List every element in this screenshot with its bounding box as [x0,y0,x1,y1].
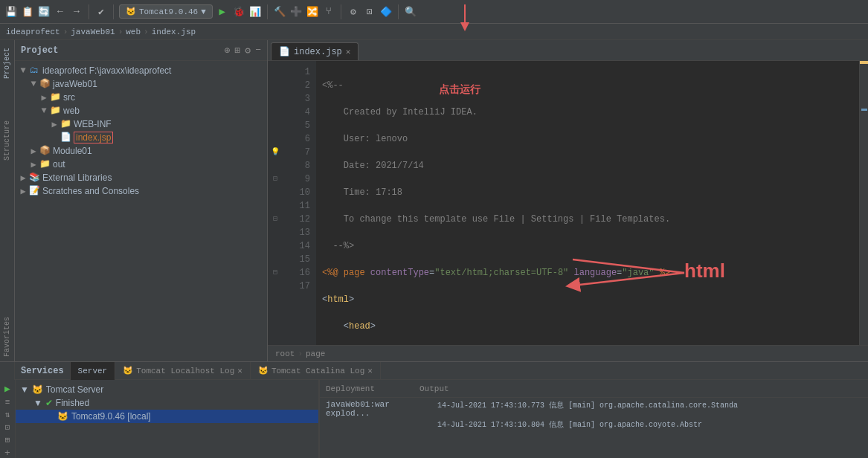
save-icon[interactable]: 💾 [4,5,18,19]
tree-label-scratches: Scratches and Consoles [42,186,139,196]
tree-item-ideaprofect[interactable]: ▼ 🗂 ideaprofect F:\javaxx\ideaprofect [15,64,267,77]
sep4 [341,4,341,19]
breadcrumb-item-3[interactable]: web [126,28,141,36]
filter-icon[interactable]: ⊡ [5,422,10,432]
copy-icon[interactable]: 📋 [21,5,34,19]
src-folder-icon: 📁 [49,91,61,103]
gutter-2 [268,79,283,92]
catalina-tab-close[interactable]: ✕ [367,366,373,375]
sort-icon[interactable]: ⇅ [5,410,10,419]
panel-add-icon[interactable]: ⊕ [225,45,231,57]
module-icon: 📦 [39,78,51,90]
tree-arrow-src: ▶ [39,92,49,103]
run-config-icon: 🐱 [126,7,136,16]
list-icon[interactable]: ≡ [5,398,10,407]
col-output: Output [419,384,449,393]
favorites-side-tab[interactable]: Favorites [1,312,13,361]
add-service-icon[interactable]: + [4,448,10,458]
check-icon[interactable]: ✔ [94,5,108,19]
tree-label-src: src [63,92,75,103]
group-icon[interactable]: ⊞ [5,435,10,445]
search-icon[interactable]: 🔍 [404,5,417,19]
svc-server-icon: 🐱 [32,384,43,395]
webinf-folder-icon: 📁 [60,118,71,130]
tree-item-webinf[interactable]: ▶ 📁 WEB-INF [15,117,267,131]
output-tab-localhost[interactable]: 🐱 Tomcat Localhost Log ✕ [115,362,251,380]
breadcrumb-item-2[interactable]: javaWeb01 [71,28,115,36]
output-panel: Deployment Output javaWeb01:war explod..… [320,380,868,458]
gutter-error-marker [861,109,867,111]
tree-item-extlibs[interactable]: ▶ 📚 External Libraries [15,171,267,184]
refresh-icon[interactable]: 🔄 [37,5,51,19]
panel-close-icon[interactable]: − [255,45,261,56]
tree-arrow-web: ▼ [39,106,49,116]
tree-item-web[interactable]: ▼ 📁 web [15,104,267,117]
output-out-2: 14-Jul-2021 17:43:10.804 信息 [main] org.a… [437,419,862,430]
gutter-13 [268,226,283,239]
svc-item-tomcat-local[interactable]: 🐱 Tomcat9.0.46 [local] [16,410,318,423]
sep1 [89,4,89,19]
code-line-9: <html> [322,293,853,306]
editor-content[interactable]: 💡 ⊟ ⊟ ⊟ 12345 678910 1112131415 1617 <%-… [268,61,868,345]
panel-header: Project ⊕ ⊞ ⚙ − [15,40,267,61]
svc-item-tomcat-server[interactable]: ▼ 🐱 Tomcat Server [16,383,318,396]
tree-item-scratches[interactable]: ▶ 📝 Scratches and Consoles [15,184,267,198]
panel-settings-icon[interactable]: ⚙ [245,45,251,57]
tree-arrow-javaweb01: ▼ [28,79,39,89]
output-tab-catalina[interactable]: 🐱 Tomcat Catalina Log ✕ [251,362,381,380]
tree-item-src[interactable]: ▶ 📁 src [15,91,267,104]
bottom-content: ▶ ≡ ⇅ ⊡ ⊞ + ▼ 🐱 Tomcat Server ▼ [0,380,868,458]
gutter-11 [268,199,283,213]
coverage-icon[interactable]: 📊 [248,5,262,19]
tree-label-web: web [63,106,80,116]
output-row-2: 14-Jul-2021 17:43:10.804 信息 [main] org.a… [320,419,868,430]
tree-item-out[interactable]: ▶ 📁 out [15,158,267,171]
git2-icon[interactable]: ⑂ [322,5,335,19]
debug-button[interactable]: 🐞 [232,5,245,19]
editor-tab-indexjsp[interactable]: 📄 index.jsp ✕ [271,42,359,60]
output-dep-1: javaWeb01:war explod... [326,400,430,418]
run-config-selector[interactable]: 🐱 Tomcat9.0.46 ▼ [119,4,213,19]
terminal-icon[interactable]: ⊡ [363,5,376,19]
footer-path2: page [306,349,325,358]
inspect-icon[interactable]: 🔷 [379,5,393,19]
gutter-15 [268,253,283,266]
forward-icon[interactable]: → [70,5,83,19]
back-icon[interactable]: ← [54,5,67,19]
panel-layout-icon[interactable]: ⊞ [235,45,241,57]
tree-label-webinf: WEB-INF [74,119,112,129]
output-tabs: Server 🐱 Tomcat Localhost Log ✕ 🐱 Tomcat… [71,362,868,380]
breadcrumb-item-4[interactable]: index.jsp [152,28,196,36]
build-icon[interactable]: 🔨 [273,5,286,19]
root-folder-icon: 🗂 [28,65,40,77]
code-content[interactable]: <%-- Created by IntelliJ IDEA. User: len… [316,61,859,345]
main-area: Project Structure Favorites Project ⊕ ⊞ … [0,40,868,361]
output-tab-server[interactable]: Server [71,362,116,380]
localhost-tab-close[interactable]: ✕ [237,366,242,375]
tree-item-indexjsp[interactable]: 📄 index.jsp [15,131,267,144]
structure-side-tab[interactable]: Structure [1,116,13,165]
code-line-5: Time: 17:18 [322,186,853,199]
git-icon[interactable]: 🔀 [306,5,319,19]
output-row-1: javaWeb01:war explod... 14-Jul-2021 17:4… [320,399,868,419]
side-tabs: Project Structure Favorites [0,40,15,361]
right-gutter [859,61,868,345]
editor-footer: root › page [268,345,868,361]
add-config-icon[interactable]: ➕ [289,5,303,19]
tree-item-javaweb01[interactable]: ▼ 📦 javaWeb01 [15,77,267,91]
tab-close-button[interactable]: ✕ [346,47,351,57]
run-button[interactable]: ▶ [216,5,229,19]
sep2 [113,4,114,19]
tree-item-module01[interactable]: ▶ 📦 Module01 [15,144,267,158]
gutter-12: ⊟ [268,213,283,226]
breadcrumb-item-1[interactable]: ideaprofect [6,28,60,36]
gutter-7: 💡 [268,146,283,159]
project-side-tab[interactable]: Project [1,43,13,83]
svc-item-finished[interactable]: ▼ ✔ Finished [16,396,318,410]
line-numbers: 12345 678910 1112131415 1617 [283,61,316,345]
col-deployment: Deployment [326,384,375,393]
run-service-icon[interactable]: ▶ [4,383,10,395]
settings-icon[interactable]: ⚙ [347,5,360,19]
extlibs-icon: 📚 [28,172,40,184]
output-columns: Deployment Output [320,380,868,398]
